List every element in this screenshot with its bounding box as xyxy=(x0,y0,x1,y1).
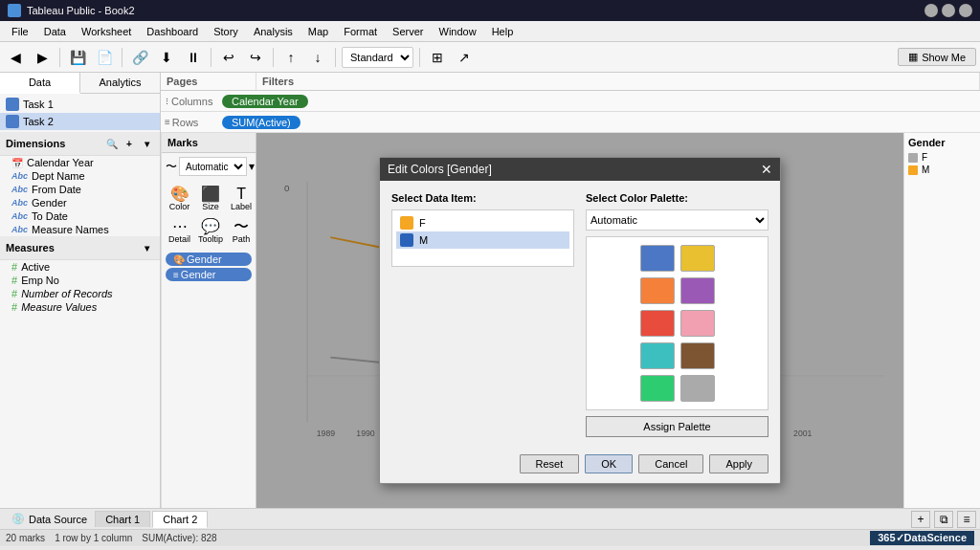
marks-type-dropdown[interactable]: Automatic xyxy=(179,157,247,176)
menu-worksheet[interactable]: Worksheet xyxy=(74,24,139,39)
apply-button[interactable]: Apply xyxy=(709,454,768,473)
dim-dept-name[interactable]: Abc Dept Name xyxy=(0,169,160,183)
measure-emp-no[interactable]: # Emp No xyxy=(0,274,160,287)
pause-button[interactable]: ⏸ xyxy=(182,46,205,69)
standard-dropdown[interactable]: Standard xyxy=(342,47,413,68)
duplicate-sheet-icon[interactable]: ⧉ xyxy=(934,511,953,528)
menu-file[interactable]: File xyxy=(4,24,36,39)
datasource-tab[interactable]: 💿 Data Source xyxy=(4,511,95,527)
reset-button[interactable]: Reset xyxy=(520,454,580,473)
data-tab[interactable]: Data xyxy=(0,73,80,94)
dim-gender[interactable]: Abc Gender xyxy=(0,196,160,209)
pages-header: Pages xyxy=(161,73,256,90)
mark-tooltip-button[interactable]: 💬 Tooltip xyxy=(195,216,226,247)
color-swatch-4[interactable] xyxy=(680,277,715,304)
menu-map[interactable]: Map xyxy=(301,24,336,39)
cancel-button[interactable]: Cancel xyxy=(638,454,703,473)
dimensions-collapse-icon[interactable]: ▾ xyxy=(139,136,154,151)
menu-window[interactable]: Window xyxy=(432,24,484,39)
dim-calendar-year[interactable]: 📅 Calendar Year xyxy=(0,156,160,169)
mark-detail-pill-icon: ≡ xyxy=(173,270,179,280)
measure-values-label: Measure Values xyxy=(21,301,97,313)
data-item-m[interactable]: M xyxy=(396,231,569,249)
dimensions-label: Dimensions xyxy=(6,138,65,149)
status-marks: 20 marks xyxy=(6,533,45,543)
menu-data[interactable]: Data xyxy=(36,24,74,39)
new-button[interactable]: 📄 xyxy=(93,46,116,69)
dim-measure-names[interactable]: Abc Measure Names xyxy=(0,223,160,236)
dimensions-add-icon[interactable]: + xyxy=(122,136,137,151)
calendar-icon: 📅 xyxy=(11,158,23,168)
menu-dashboard[interactable]: Dashboard xyxy=(139,24,206,39)
mark-detail-button[interactable]: ⋯ Detail xyxy=(166,216,193,247)
dim-to-date[interactable]: Abc To Date xyxy=(0,209,160,223)
abc-icon-2: Abc xyxy=(11,185,28,194)
mark-color-button[interactable]: 🎨 Color xyxy=(166,184,193,214)
measure-num-records[interactable]: # Number of Records xyxy=(0,287,160,300)
arrange-icon[interactable]: ≡ xyxy=(957,511,976,528)
close-button[interactable]: ✕ xyxy=(959,4,972,17)
undo-button[interactable]: ↩ xyxy=(217,46,240,69)
data-item-f[interactable]: F xyxy=(396,214,569,231)
f-label: F xyxy=(419,217,426,229)
measures-collapse-icon[interactable]: ▾ xyxy=(139,240,154,255)
minimize-button[interactable]: ─ xyxy=(924,4,938,17)
sort-asc-button[interactable]: ↑ xyxy=(279,46,302,69)
connect-button[interactable]: 🔗 xyxy=(128,46,151,69)
ok-button[interactable]: OK xyxy=(585,454,633,473)
assign-palette-button[interactable]: Assign Palette xyxy=(586,416,768,437)
maximize-button[interactable]: □ xyxy=(942,4,955,17)
redo-button[interactable]: ↪ xyxy=(244,46,267,69)
task-1-item[interactable]: Task 1 xyxy=(0,96,160,113)
legend-item-m: M xyxy=(908,165,976,175)
modal-columns: Select Data Item: F M xyxy=(391,192,768,437)
analytics-tab[interactable]: Analytics xyxy=(80,73,160,93)
dim-from-date[interactable]: Abc From Date xyxy=(0,183,160,196)
measure-active[interactable]: # Active xyxy=(0,260,160,274)
color-swatch-6[interactable] xyxy=(680,310,715,337)
menu-story[interactable]: Story xyxy=(206,24,246,39)
fit-button[interactable]: ⊞ xyxy=(426,46,449,69)
color-swatch-2[interactable] xyxy=(680,245,715,272)
extract-button[interactable]: ⬇ xyxy=(155,46,178,69)
mark-size-button[interactable]: ⬛ Size xyxy=(195,184,226,214)
forward-button[interactable]: ▶ xyxy=(31,46,54,69)
mark-path-button[interactable]: 〜 Path xyxy=(228,216,255,247)
columns-icon: ⫶ xyxy=(165,96,169,106)
color-swatch-5[interactable] xyxy=(640,310,675,337)
show-me-button[interactable]: ▦ Show Me xyxy=(898,48,976,66)
color-swatch-8[interactable] xyxy=(680,342,715,369)
chart2-tab[interactable]: Chart 2 xyxy=(152,511,208,528)
title-bar: Tableau Public - Book2 ─ □ ✕ xyxy=(0,0,980,21)
color-swatch-7[interactable] xyxy=(640,342,675,369)
toolbar-sep-1 xyxy=(59,48,60,67)
sort-desc-button[interactable]: ↓ xyxy=(306,46,329,69)
mark-color-pill[interactable]: 🎨 Gender xyxy=(166,253,252,266)
chart1-tab[interactable]: Chart 1 xyxy=(95,511,150,527)
new-sheet-icon[interactable]: + xyxy=(911,511,930,528)
mark-detail-pill[interactable]: ≡ Gender xyxy=(166,268,252,281)
color-swatch-3[interactable] xyxy=(640,277,675,304)
share-button[interactable]: ↗ xyxy=(453,46,476,69)
palette-dropdown[interactable]: Automatic xyxy=(586,209,768,231)
color-swatch-1[interactable] xyxy=(640,245,675,272)
measures-label: Measures xyxy=(6,242,55,253)
save-button[interactable]: 💾 xyxy=(66,46,89,69)
menu-server[interactable]: Server xyxy=(385,24,431,39)
menu-analysis[interactable]: Analysis xyxy=(246,24,301,39)
menu-format[interactable]: Format xyxy=(336,24,385,39)
color-swatch-9[interactable] xyxy=(640,375,675,402)
modal-close-button[interactable]: ✕ xyxy=(761,162,772,177)
mark-label-button[interactable]: T Label xyxy=(228,184,255,214)
task-2-item[interactable]: Task 2 xyxy=(0,113,160,130)
rows-pill[interactable]: SUM(Active) xyxy=(222,116,301,129)
measure-values[interactable]: # Measure Values xyxy=(0,300,160,314)
measure-icon-1: # xyxy=(11,261,17,273)
dimensions-search-icon[interactable]: 🔍 xyxy=(104,136,120,151)
color-swatch-10[interactable] xyxy=(680,375,715,402)
columns-pill[interactable]: Calendar Year xyxy=(222,95,308,108)
menu-help[interactable]: Help xyxy=(484,24,522,39)
legend-label-m: M xyxy=(922,165,929,175)
back-button[interactable]: ◀ xyxy=(4,46,27,69)
abc-icon-1: Abc xyxy=(11,171,28,181)
